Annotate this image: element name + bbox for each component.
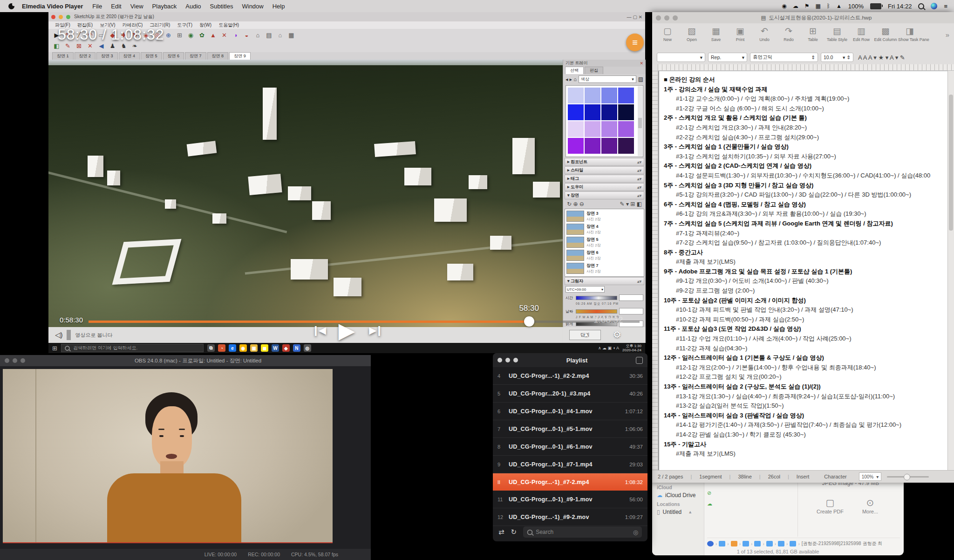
windows-start-icon[interactable]: ⊞ [52,345,57,352]
hwp-toolbar-button[interactable]: ▧ Open [680,25,703,42]
shuffle-icon[interactable]: ⇄ [498,528,504,536]
color-swatch[interactable] [568,104,584,120]
status-icon[interactable]: ☁ [793,3,798,9]
tray-section-bar[interactable]: ▸ 도우미 ▴▾ [565,183,644,191]
sketchup-tool-icon[interactable]: ▲ [208,30,218,40]
taskbar-app-icon[interactable]: W [272,344,279,352]
scene-list-item[interactable]: 장면 4 사진 2장 [566,224,642,235]
utc-dropdown[interactable]: UTC+09:00▾ [566,286,605,293]
sketchup-menu-item[interactable]: 창(W) [199,22,211,28]
status-insert-mode[interactable]: Insert [789,474,817,479]
date-slider[interactable] [576,309,617,314]
minimize-icon[interactable] [664,15,669,20]
hwp-toolbar-button[interactable]: ▢ New [656,25,679,42]
zoom-slider[interactable] [887,476,929,478]
font-dropdown[interactable]: 휴먼고딕⇕ [750,53,818,62]
color-swatch[interactable] [585,104,600,120]
status-icon[interactable]: ⚑ [804,3,810,9]
menubar-menu-item[interactable]: Help [273,3,285,10]
float-window-icon[interactable] [636,357,643,364]
windows-search-box[interactable]: 검색하려면 여기에 입력하세요. [61,344,204,352]
hwp-toolbar-button[interactable]: ▦ Save [704,25,728,42]
scene-tab[interactable]: 장면 5 [141,52,162,60]
tray-tab[interactable]: 선택 [565,67,584,74]
date-value-box[interactable] [619,308,643,314]
color-swatch[interactable] [568,138,584,154]
hwp-scrollbar[interactable] [947,71,954,471]
swatch-scrollbar[interactable] [638,86,642,156]
scene-tab[interactable]: 장면 3 [96,52,118,60]
scenes-toolbar-right-icons[interactable]: ✎ ▾ ⊞ ◧ [620,201,642,207]
status-icon[interactable]: ᛒ [827,3,830,9]
hwp-toolbar-button[interactable]: ↶ Undo [753,25,776,42]
taskbar-app-icon[interactable]: e [229,344,236,352]
time-slider[interactable] [576,296,617,300]
sketchup-tool-icon[interactable]: ◑ [230,30,241,40]
sketchup-menu-item[interactable]: 도움말(H) [218,22,239,28]
sketchup-tool-icon[interactable]: ✕ [219,30,230,40]
sketchup-titlebar[interactable]: SketchUp 프로 2020 (평가판 2일 남음) — ▢ ✕ [48,12,645,21]
scene-list-item[interactable]: 장면 5 사진 2장 [566,237,642,248]
scenes-section-bar[interactable]: ▾ 장면 ▴▾ [565,191,644,199]
player-menu-button[interactable]: ≡ [626,34,644,51]
color-swatch[interactable] [601,88,617,103]
sketchup-tool-icon[interactable]: ◉ [185,30,196,40]
section-toggle-icon[interactable]: ▴▾ [637,177,641,181]
color-swatch[interactable] [601,138,617,154]
maximize-icon[interactable] [513,358,518,362]
hwp-titlebar[interactable]: ▤ 도시설계표현응용(2020-1)-강의리스트.hwp [652,12,954,23]
menubar-menu-item[interactable]: Audio [185,3,201,10]
color-swatch[interactable] [585,138,600,154]
close-icon[interactable] [497,358,502,362]
sketchup-tool-icon[interactable]: ⊞ [174,30,185,40]
maximize-icon[interactable] [673,15,678,20]
color-swatch[interactable] [618,121,634,137]
hwp-toolbar-button[interactable]: ◨ Show Task Pane [898,25,921,42]
repeat-icon[interactable]: ↻ [511,528,517,536]
status-icon[interactable]: ◉ [782,3,786,9]
volume-icon[interactable]: ◁) [55,331,63,339]
filter-chevron-icon[interactable]: ◎ [633,529,638,536]
minimize-icon[interactable] [13,358,17,363]
section-toggle-icon[interactable]: ▴▾ [637,168,641,173]
taskbar-app-icon[interactable]: ◼ [261,344,268,352]
color-swatch[interactable] [618,104,634,120]
shadows-section-bar[interactable]: ▾ 그림자 ▴▾ [565,277,644,285]
sketchup-tool-icon[interactable]: ▤ [264,30,274,40]
menubar-menu-item[interactable]: View [130,3,143,10]
status-icon[interactable]: ▲ [836,3,842,9]
volume-slider[interactable] [67,330,71,340]
maximize-icon[interactable] [20,358,25,363]
font-size-dropdown[interactable]: 10.0▾ ⇕ [821,53,853,62]
hwp-toolbar-button[interactable]: ↷ Redo [777,25,800,42]
scenes-toolbar-left-icons[interactable]: ↻ ⊕ ⊖ [567,201,584,207]
status-icon[interactable]: ▦ [815,3,820,9]
playlist-search-box[interactable]: Search ◎ [523,526,642,538]
more-button[interactable]: ⊙ More... [852,497,888,514]
menubar-menu-item[interactable]: Window [242,3,263,10]
color-swatch[interactable] [601,104,617,120]
sketchup-tool-icon[interactable]: ✿ [197,30,207,40]
obs-webcam-preview[interactable] [3,369,333,543]
collapse-chevron-icon[interactable]: ▲ [583,331,589,338]
color-swatch[interactable] [585,88,600,103]
section-toggle-icon[interactable]: ▴▾ [637,279,641,284]
play-button[interactable]: ▶ [339,320,355,341]
scene-tab[interactable]: 장면 2 [75,52,96,60]
hwp-toolbar-button[interactable]: ▤ Table Style [825,25,849,42]
sketchup-tool-icon[interactable]: ◒ [241,30,252,40]
scene-tab[interactable]: 장면 9 [229,52,251,60]
apple-menu-icon[interactable] [8,3,14,9]
windows-tray-icons[interactable]: ∧ ☁ ▣ ◖ A [598,346,619,350]
hwp-toolbar-button[interactable]: ▥ Edit Row [850,25,873,42]
finder-path-bar[interactable]: › › › › › › › › [권형준-21925998]21925998 권… [707,538,900,549]
scene-tab[interactable]: 장면 7 [185,52,206,60]
materials-dropdown[interactable]: 색상 ▾ [579,75,636,83]
notification-center-icon[interactable]: ≡ [944,3,947,10]
taskbar-app-icon[interactable]: ◎ [304,344,311,352]
playlist-row[interactable]: 6 UD_CG-Progr...0-1)_#4-1.mov 1:07:12 [493,403,647,420]
scene-tab[interactable]: 장면 8 [207,52,229,60]
playlist-row[interactable]: 8 UD_CG-Progr...0-1)_#6-1.mov 49:37 [493,438,647,456]
tray-section-bar[interactable]: ▸ 컴포넌트 ▴▾ [565,158,644,166]
scene-list-item[interactable]: 장면 7 사진 2장 [566,263,642,274]
